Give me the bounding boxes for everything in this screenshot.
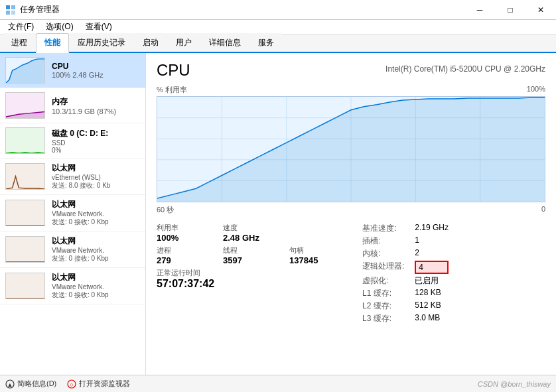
virt-value: 已启用 — [415, 275, 449, 287]
uptime-block: 正常运行时间 57:07:37:42 — [157, 268, 214, 290]
minimize-button[interactable]: ─ — [464, 0, 495, 20]
util-label: 利用率 — [157, 223, 210, 233]
svg-rect-11 — [6, 237, 44, 262]
open-monitor-button[interactable]: ○ 打开资源监视器 — [67, 379, 130, 389]
svg-rect-10 — [6, 200, 44, 226]
l3-value: 3.0 MB — [415, 313, 449, 324]
logical-label: 逻辑处理器: — [362, 261, 404, 274]
net3-item-info: 以太网 VMware Network.发送: 0 接收: 0 Kbp — [52, 235, 140, 263]
cpu-graph — [157, 96, 545, 202]
status-bar: ▲ 简略信息(D) ○ 打开资源监视器 CSDN @born_thisway — [0, 375, 556, 392]
graph-x-max: 0 — [541, 205, 545, 215]
sidebar-item-net2[interactable]: 以太网 VMware Network.发送: 0 接收: 0 Kbp — [0, 195, 145, 231]
net1-item-info: 以太网 vEthernet (WSL)发送: 8.0 接收: 0 Kb — [52, 163, 140, 190]
watermark: CSDN @born_thisway — [478, 380, 551, 388]
svg-rect-9 — [6, 164, 44, 189]
process-value: 279 — [157, 255, 210, 265]
uptime-value: 57:07:37:42 — [157, 278, 214, 290]
l2-label: L2 缓存: — [362, 300, 404, 312]
tab-details[interactable]: 详细信息 — [200, 33, 249, 52]
cpu-title: CPU — [157, 61, 190, 80]
tab-process[interactable]: 进程 — [3, 33, 36, 52]
net3-item-title: 以太网 — [52, 235, 140, 247]
tab-performance[interactable]: 性能 — [36, 33, 69, 53]
net4-mini-graph — [5, 273, 45, 299]
process-block: 进程 279 — [157, 245, 210, 265]
cpu-graph-svg — [157, 97, 545, 202]
menu-file[interactable]: 文件(F) — [3, 20, 39, 34]
uptime-label: 正常运行时间 — [157, 268, 214, 278]
net2-item-subtitle: VMware Network.发送: 0 接收: 0 Kbp — [52, 210, 140, 227]
menu-options[interactable]: 选项(O) — [40, 20, 78, 34]
logical-value: 4 — [415, 261, 449, 274]
right-stats: 基准速度: 2.19 GHz 插槽: 1 内核: 2 逻辑处理器: 4 虚拟化:… — [362, 223, 449, 324]
net2-item-info: 以太网 VMware Network.发送: 0 接收: 0 Kbp — [52, 199, 140, 227]
cpu-mini-graph — [5, 57, 45, 84]
socket-label: 插槽: — [362, 235, 404, 247]
speed-value: 2.48 GHz — [223, 233, 276, 243]
tab-users[interactable]: 用户 — [167, 33, 200, 52]
svg-rect-8 — [6, 128, 44, 153]
title-bar-controls: ─ □ ✕ — [464, 0, 556, 20]
menu-bar: 文件(F) 选项(O) 查看(V) — [0, 20, 556, 34]
svg-rect-1 — [11, 5, 15, 9]
content-area: CPU Intel(R) Core(TM) i5-5200U CPU @ 2.2… — [146, 53, 556, 375]
brief-info-button[interactable]: ▲ 简略信息(D) — [5, 379, 56, 389]
app-icon — [5, 5, 16, 15]
sidebar-item-disk[interactable]: 磁盘 0 (C: D: E: SSD0% — [0, 123, 145, 159]
left-stats: 利用率 100% 速度 2.48 GHz 进程 279 线程 3 — [157, 223, 342, 324]
svg-rect-0 — [6, 5, 10, 9]
title-bar-left: 任务管理器 — [5, 4, 60, 15]
svg-text:○: ○ — [70, 381, 74, 388]
net1-mini-graph — [5, 163, 45, 190]
sidebar-item-net4[interactable]: 以太网 VMware Network.发送: 0 接收: 0 Kbp — [0, 268, 145, 304]
cpu-item-info: CPU 100% 2.48 GHz — [52, 62, 140, 79]
net1-item-title: 以太网 — [52, 163, 140, 174]
sidebar-item-cpu[interactable]: CPU 100% 2.48 GHz — [0, 53, 145, 88]
sidebar-item-net3[interactable]: 以太网 VMware Network.发送: 0 接收: 0 Kbp — [0, 231, 145, 268]
sidebar-item-net1[interactable]: 以太网 vEthernet (WSL)发送: 8.0 接收: 0 Kb — [0, 159, 145, 195]
title-bar: 任务管理器 ─ □ ✕ — [0, 0, 556, 20]
thread-block: 线程 3597 — [223, 245, 276, 265]
process-label: 进程 — [157, 245, 210, 255]
maximize-button[interactable]: □ — [495, 0, 525, 20]
content-header: CPU Intel(R) Core(TM) i5-5200U CPU @ 2.2… — [157, 61, 545, 80]
disk-mini-graph — [5, 127, 45, 154]
net3-mini-graph — [5, 236, 45, 263]
disk-item-subtitle: SSD0% — [52, 139, 140, 154]
svg-rect-2 — [6, 11, 10, 15]
memory-item-subtitle: 10.3/11.9 GB (87%) — [52, 107, 140, 115]
sidebar-item-memory[interactable]: 内存 10.3/11.9 GB (87%) — [0, 88, 145, 123]
l2-value: 512 KB — [415, 300, 449, 312]
svg-rect-3 — [11, 11, 15, 15]
thread-value: 3597 — [223, 255, 276, 265]
socket-value: 1 — [415, 235, 449, 247]
net4-item-info: 以太网 VMware Network.发送: 0 接收: 0 Kbp — [52, 272, 140, 300]
menu-view[interactable]: 查看(V) — [80, 20, 117, 34]
monitor-icon: ○ — [67, 379, 76, 389]
tab-services[interactable]: 服务 — [249, 33, 283, 52]
disk-item-info: 磁盘 0 (C: D: E: SSD0% — [52, 128, 140, 154]
graph-x-min: 60 秒 — [157, 205, 174, 215]
close-button[interactable]: ✕ — [525, 0, 556, 20]
svg-marker-22 — [157, 98, 545, 202]
stats-area: 利用率 100% 速度 2.48 GHz 进程 279 线程 3 — [157, 223, 545, 324]
net1-item-subtitle: vEthernet (WSL)发送: 8.0 接收: 0 Kb — [52, 174, 140, 190]
memory-item-info: 内存 10.3/11.9 GB (87%) — [52, 96, 140, 115]
core-label: 内核: — [362, 248, 404, 259]
sidebar: CPU 100% 2.48 GHz 内存 10.3/11.9 GB (87%) — [0, 53, 146, 375]
tab-app-history[interactable]: 应用历史记录 — [69, 33, 134, 52]
process-thread-handle-row: 进程 279 线程 3597 句柄 137845 — [157, 245, 342, 265]
virt-label: 虚拟化: — [362, 275, 404, 287]
cpu-item-subtitle: 100% 2.48 GHz — [52, 71, 140, 79]
base-speed-value: 2.19 GHz — [415, 223, 449, 234]
handle-value: 137845 — [289, 255, 342, 265]
l1-value: 128 KB — [415, 288, 449, 299]
svg-text:▲: ▲ — [7, 381, 13, 388]
memory-mini-graph — [5, 92, 45, 119]
l1-label: L1 缓存: — [362, 288, 404, 299]
core-value: 2 — [415, 248, 449, 259]
handle-label: 句柄 — [289, 245, 342, 255]
util-block: 利用率 100% — [157, 223, 210, 243]
tab-startup[interactable]: 启动 — [134, 33, 167, 52]
